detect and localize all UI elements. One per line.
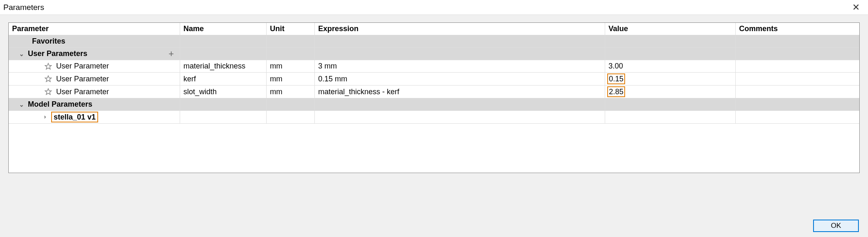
param-expression[interactable]: material_thickness - kerf [315, 86, 605, 98]
param-unit[interactable]: mm [267, 73, 315, 85]
table-row[interactable]: User Parameter material_thickness mm 3 m… [9, 60, 859, 73]
group-model-label: Model Parameters [28, 100, 92, 109]
group-user-label-cell: ⌄ User Parameters + [9, 48, 180, 60]
group-user-parameters[interactable]: ⌄ User Parameters + [9, 48, 859, 60]
param-type-label: User Parameter [56, 62, 109, 71]
close-icon[interactable]: ✕ [848, 1, 864, 14]
col-header-expression[interactable]: Expression [315, 23, 605, 35]
ok-button[interactable]: OK [813, 220, 859, 232]
svg-marker-2 [45, 89, 52, 95]
param-comments[interactable] [736, 73, 859, 85]
column-header-row: Parameter Name Unit Expression Value Com… [9, 23, 859, 35]
col-header-value[interactable]: Value [605, 23, 736, 35]
grid-empty-area [9, 124, 859, 173]
param-expression[interactable]: 3 mm [315, 60, 605, 72]
param-value: 2.85 [605, 86, 736, 98]
group-favorites[interactable]: Favorites [9, 35, 859, 48]
group-favorites-label: Favorites [9, 35, 180, 47]
param-comments[interactable] [736, 86, 859, 98]
parameters-dialog: Parameters ✕ Parameter Name Unit Express… [0, 0, 868, 237]
col-header-parameter[interactable]: Parameter [9, 23, 180, 35]
favorite-star-icon[interactable] [45, 75, 53, 83]
model-child-label: stella_01 v1 [51, 112, 98, 122]
content-area: Parameter Name Unit Expression Value Com… [0, 15, 868, 178]
button-bar: OK [813, 220, 859, 232]
col-header-unit[interactable]: Unit [267, 23, 315, 35]
titlebar: Parameters ✕ [0, 0, 868, 15]
model-child-row[interactable]: › stella_01 v1 [9, 111, 859, 124]
col-header-comments[interactable]: Comments [736, 23, 859, 35]
chevron-down-icon[interactable]: ⌄ [18, 51, 25, 57]
col-header-name[interactable]: Name [180, 23, 267, 35]
chevron-down-icon[interactable]: ⌄ [18, 101, 25, 108]
chevron-right-icon[interactable]: › [41, 113, 49, 120]
param-unit[interactable]: mm [267, 86, 315, 98]
param-type-label: User Parameter [56, 88, 109, 96]
param-value: 0.15 [605, 73, 736, 85]
parameters-grid: Parameter Name Unit Expression Value Com… [8, 22, 860, 173]
group-user-label: User Parameters [28, 49, 87, 58]
svg-marker-1 [45, 76, 52, 82]
param-expression[interactable]: 0.15 mm [315, 73, 605, 85]
param-name[interactable]: slot_width [180, 86, 267, 98]
favorite-star-icon[interactable] [45, 88, 53, 95]
table-row[interactable]: User Parameter slot_width mm material_th… [9, 86, 859, 98]
table-row[interactable]: User Parameter kerf mm 0.15 mm 0.15 [9, 73, 859, 86]
svg-marker-0 [45, 63, 52, 69]
param-comments[interactable] [736, 60, 859, 72]
param-value: 3.00 [605, 60, 736, 72]
param-name[interactable]: kerf [180, 73, 267, 85]
param-unit[interactable]: mm [267, 60, 315, 72]
group-model-parameters[interactable]: ⌄ Model Parameters [9, 98, 859, 111]
add-user-param-icon[interactable]: + [168, 49, 174, 59]
window-title: Parameters [3, 3, 44, 12]
param-name[interactable]: material_thickness [180, 60, 267, 72]
favorite-star-icon[interactable] [45, 63, 53, 70]
param-type-label: User Parameter [56, 75, 109, 83]
